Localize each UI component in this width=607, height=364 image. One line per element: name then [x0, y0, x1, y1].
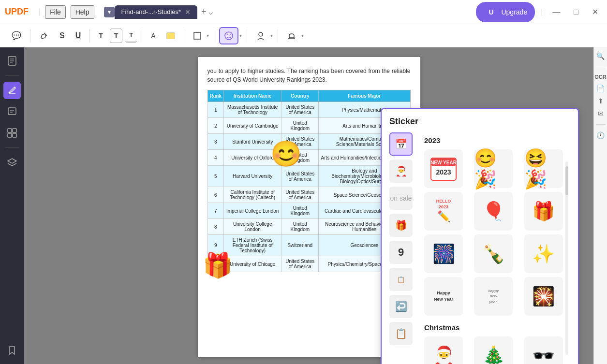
sticker-tool-group: ▾ [219, 27, 242, 44]
text-comment-tool[interactable]: T [95, 29, 107, 43]
cell-r4-c1: Harvard University [223, 166, 281, 187]
cell-r0-c0: 1 [207, 102, 223, 118]
svg-point-4 [230, 34, 231, 35]
text-style-tool[interactable]: T [125, 29, 137, 43]
right-search-icon[interactable]: 🔍 [596, 52, 605, 60]
pdf-area: 😊 🎁 you to apply to higher studies. The … [24, 47, 593, 364]
table-row: 3Stanford UniversityUnited States of Ame… [207, 134, 410, 150]
right-doc-icon[interactable]: 📄 [596, 85, 605, 92]
sidebar-icon-bookmark[interactable] [3, 342, 21, 359]
stamp-dropdown-arrow[interactable]: ▾ [301, 33, 304, 38]
sticker-gift[interactable]: 🎁 [524, 192, 563, 231]
sticker-party-face[interactable]: 😊🎉 [474, 149, 513, 188]
sticker-glasses[interactable]: 🕶️ [524, 336, 563, 364]
right-ocr-icon[interactable]: OCR [594, 74, 606, 80]
right-history-icon[interactable]: 🕐 [596, 131, 605, 139]
minimize-btn[interactable]: — [548, 6, 564, 18]
sticker-balloon[interactable]: 🎈 [474, 192, 513, 231]
emoji-sticker-face[interactable]: 😊 [270, 139, 302, 169]
comment-tool[interactable]: 💬 [8, 28, 25, 43]
cell-r1-c1: University of Cambridge [223, 118, 281, 134]
sticker-sparkles-pink[interactable]: 🎆 [424, 234, 463, 273]
cell-r8-c2: Switzerland [281, 235, 319, 256]
add-tab-btn[interactable]: + [201, 7, 207, 17]
table-row: 1Massachusetts Institute of TechnologyUn… [207, 102, 410, 118]
section-2023-label: 2023 [424, 136, 570, 145]
table-row: 4University of OxfordUnited KingdomArts … [207, 150, 410, 166]
sticker-thumb-6[interactable]: ↩️ [389, 295, 413, 318]
sticker-calendar[interactable]: NEW YEAR 2023 [424, 149, 463, 188]
sep3 [142, 29, 142, 43]
highlight-tool[interactable] [35, 28, 53, 44]
svg-rect-18 [13, 133, 16, 137]
sticker-santa2[interactable]: 🎄 [474, 336, 513, 364]
sticker-thumb-1[interactable]: 🎅 [389, 160, 413, 183]
tab-dropdown-btn[interactable]: ▾ [104, 7, 115, 17]
sticker-thumb-0[interactable]: 📅 [389, 132, 413, 156]
signature-tool[interactable] [252, 28, 269, 44]
svg-rect-12 [8, 108, 16, 115]
textbox-tool[interactable]: T [110, 29, 123, 43]
svg-rect-15 [8, 129, 12, 132]
menu-help[interactable]: Help [71, 5, 94, 19]
tab-list-dropdown-btn[interactable]: ⌵ [208, 7, 213, 16]
svg-point-2 [225, 32, 233, 40]
sidebar-icon-pages[interactable] [3, 52, 21, 70]
sticker-sparkles-burst[interactable]: 🎇 [524, 277, 563, 316]
strikethrough-tool[interactable]: S [56, 29, 69, 43]
sticker-tool[interactable] [219, 27, 238, 44]
cell-r1-c0: 2 [207, 118, 223, 134]
sticker-happy-new-year-cursive[interactable]: happynewyear. [474, 277, 513, 316]
app-logo: UPDF [5, 7, 29, 17]
cell-r7-c2: United Kingdom [281, 219, 319, 235]
signature-dropdown-arrow[interactable]: ▾ [270, 33, 273, 38]
col-country: Country [281, 90, 319, 102]
cell-r1-c2: United Kingdom [281, 118, 319, 134]
tab-close-btn[interactable]: ✕ [185, 8, 191, 16]
cell-r0-c1: Massachusetts Institute of Technology [223, 102, 281, 118]
sticker-thumb-3[interactable]: 🎁 [389, 214, 413, 237]
maximize-btn[interactable]: □ [570, 6, 582, 18]
sidebar-icon-edit[interactable] [3, 82, 21, 99]
svg-point-5 [259, 32, 263, 36]
sticker-thumb-5[interactable]: 📋 [389, 268, 413, 291]
menu-file[interactable]: File [45, 5, 66, 19]
sticker-thumb-4[interactable]: 9 [389, 241, 413, 264]
sticker-thumb-7[interactable]: 📋 [389, 322, 413, 345]
right-mail-icon[interactable]: ✉ [598, 110, 604, 117]
col-major: Famous Major [319, 90, 410, 102]
active-tab[interactable]: Find-and-...r-Studies* ✕ [115, 5, 198, 19]
sticker-fireworks-green[interactable]: ✨ [524, 234, 563, 273]
svg-marker-19 [8, 159, 16, 163]
toolbar: 💬 S U T T T A ▾ ▾ ▾ ▾ [0, 24, 607, 47]
sidebar-div1 [5, 75, 19, 76]
sidebar-icon-layers[interactable] [3, 154, 21, 171]
right-upload-icon[interactable]: ⬆ [598, 97, 604, 105]
sticker-dropdown-arrow[interactable]: ▾ [239, 33, 242, 38]
sticker-scrollbar[interactable] [565, 161, 568, 355]
svg-text:NEW YEAR: NEW YEAR [430, 160, 457, 165]
sticker-santa1[interactable]: 🎅 [424, 336, 463, 364]
sticker-hello-2023[interactable]: HELLO2023✏️ [424, 192, 463, 231]
cell-r6-c0: 7 [207, 203, 223, 219]
upgrade-button[interactable]: U Upgrade [476, 2, 535, 22]
sidebar-icon-organize[interactable] [3, 124, 21, 142]
sticker-scroll-thumb[interactable] [565, 166, 568, 195]
pdf-intro-text: you to apply to higher studies. The rank… [207, 67, 411, 84]
table-row: 5Harvard UniversityUnited States of Amer… [207, 166, 410, 187]
sep6 [247, 29, 247, 43]
sticker-thumb-2[interactable]: on sale [389, 187, 413, 210]
sticker-champagne[interactable]: 🍾 [474, 234, 513, 273]
shape-tool[interactable] [189, 29, 206, 43]
sticker-excited-face[interactable]: 😆🎉 [524, 149, 563, 188]
gift-sticker[interactable]: 🎁 [203, 251, 233, 279]
underline-tool[interactable]: U [72, 29, 85, 43]
sidebar-icon-annotate[interactable] [3, 103, 21, 120]
stamp-tool[interactable] [283, 28, 300, 44]
table-row: 2University of CambridgeUnited KingdomAr… [207, 118, 410, 134]
highlight-color-tool[interactable] [163, 29, 179, 42]
sticker-happy-new-year-banner[interactable]: HappyNew Year [424, 277, 463, 316]
shape-dropdown-arrow[interactable]: ▾ [207, 33, 209, 38]
font-color-tool[interactable]: A [147, 29, 159, 43]
close-btn[interactable]: ✕ [588, 5, 602, 18]
